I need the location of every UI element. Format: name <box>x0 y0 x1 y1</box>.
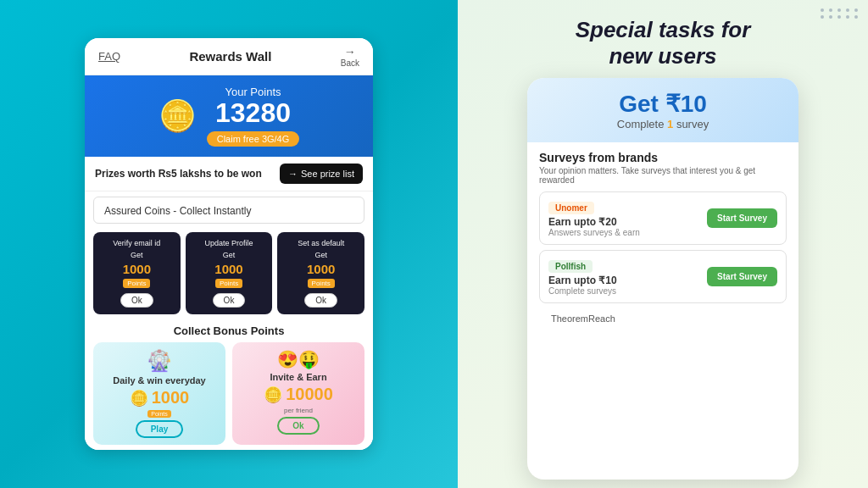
dot <box>837 8 841 12</box>
task-email-get: Get <box>131 251 143 259</box>
dot <box>854 15 858 19</box>
invite-emoji-icon: 😍🤑 <box>277 349 320 369</box>
invite-points-value: 10000 <box>286 385 333 404</box>
task-email-points: 1000 <box>123 263 151 275</box>
phone-header: FAQ Rewards Wall → Back <box>85 38 373 75</box>
dot <box>846 15 849 19</box>
task-profile-get: Get <box>223 251 236 259</box>
special-tasks-heading: Special tasks for new users <box>576 17 751 69</box>
complete-suffix: survey <box>673 118 709 130</box>
task-default-badge: Points <box>308 279 335 288</box>
task-profile-title: Update Profile <box>204 239 253 247</box>
task-card-default: Set as default Get 1000 Points Ok <box>277 232 364 314</box>
daily-play-button[interactable]: Play <box>136 420 184 438</box>
dots-decoration <box>821 8 860 19</box>
task-default-title: Set as default <box>298 239 344 247</box>
pollfish-earn: Earn upto ₹10 <box>548 274 707 286</box>
pollfish-start-button[interactable]: Start Survey <box>707 267 777 286</box>
collect-bonus-section: Collect Bonus Points 🎡 Daily & win every… <box>85 321 373 450</box>
bonus-cards-container: 🎡 Daily & win everyday 🪙 1000 Points Pla… <box>93 342 364 445</box>
right-panel: Special tasks for new users Get ₹10 Comp… <box>458 0 868 488</box>
right-phone-mockup: Get ₹10 Complete 1 survey Surveys from b… <box>527 78 798 480</box>
dot <box>829 8 832 12</box>
assured-text: Assured Coins - Collect Instantly <box>104 205 251 217</box>
task-profile-ok-button[interactable]: Ok <box>213 293 246 308</box>
invite-points-row: 🪙 10000 <box>264 385 333 404</box>
points-info: Your Points 13280 Claim free 3G/4G <box>207 86 300 147</box>
dot <box>821 15 824 19</box>
arrow-icon: → <box>288 169 298 179</box>
faq-link[interactable]: FAQ <box>98 50 120 63</box>
task-email-ok-button[interactable]: Ok <box>120 293 153 308</box>
back-arrow-icon: → <box>344 45 356 58</box>
prize-list-label: See prize list <box>301 169 354 179</box>
daily-points-row: 🪙 1000 <box>130 388 190 408</box>
left-panel: FAQ Rewards Wall → Back 🪙 Your Points 13… <box>0 0 458 488</box>
daily-coin-icon: 🪙 <box>130 389 148 408</box>
task-default-points: 1000 <box>307 263 335 275</box>
bonus-card-invite: 😍🤑 Invite & Earn 🪙 10000 per friend Ok <box>232 342 364 445</box>
special-tasks-line1: Special tasks for <box>576 17 751 42</box>
dot <box>846 8 849 12</box>
pollfish-sub: Complete surveys <box>548 286 707 296</box>
per-friend-label: per friend <box>284 407 313 414</box>
task-default-get: Get <box>314 251 327 259</box>
task-default-ok-button[interactable]: Ok <box>304 293 337 308</box>
claim-button[interactable]: Claim free 3G/4G <box>207 131 300 147</box>
unomer-start-button[interactable]: Start Survey <box>707 208 777 228</box>
points-banner: 🪙 Your Points 13280 Claim free 3G/4G <box>85 75 373 157</box>
task-card-profile: Update Profile Get 1000 Points Ok <box>186 232 273 314</box>
survey-item-unomer: Unomer Earn upto ₹20 Answers surveys & e… <box>539 191 787 245</box>
unomer-earn: Earn upto ₹20 <box>548 216 707 228</box>
dot <box>837 15 841 19</box>
dot <box>854 8 858 12</box>
surveys-title: Surveys from brands <box>539 151 787 164</box>
task-profile-badge: Points <box>215 279 242 288</box>
pollfish-info: Pollfish Earn upto ₹10 Complete surveys <box>548 258 707 296</box>
dot <box>821 8 824 12</box>
daily-points-badge: Points <box>147 410 170 418</box>
prize-text: Prizes worth Rs5 lakshs to be won <box>95 168 262 180</box>
theorem-reach-text: TheoremReach <box>539 308 787 329</box>
rewards-wall-title: Rewards Wall <box>189 49 271 64</box>
invite-coin-icon: 🪙 <box>264 385 282 404</box>
invite-card-title: Invite & Earn <box>270 372 326 382</box>
collect-bonus-title: Collect Bonus Points <box>93 324 364 337</box>
unomer-info: Unomer Earn upto ₹20 Answers surveys & e… <box>548 199 707 237</box>
unomer-sub: Answers surveys & earn <box>548 228 707 237</box>
task-card-email: Verify email id Get 1000 Points Ok <box>93 232 181 314</box>
task-email-title: Verify email id <box>113 239 160 247</box>
daily-card-title: Daily & win everyday <box>113 375 205 385</box>
dot <box>829 15 832 19</box>
get-banner: Get ₹10 Complete 1 survey <box>527 78 798 142</box>
assured-section: Assured Coins - Collect Instantly <box>93 197 364 224</box>
task-cards-container: Verify email id Get 1000 Points Ok Updat… <box>85 229 373 321</box>
prize-section: Prizes worth Rs5 lakshs to be won → See … <box>85 157 373 191</box>
surveys-subtitle: Your opinion matters. Take surveys that … <box>539 166 787 185</box>
task-profile-points: 1000 <box>214 263 242 275</box>
task-email-badge: Points <box>123 279 150 288</box>
bonus-card-daily: 🎡 Daily & win everyday 🪙 1000 Points Pla… <box>93 342 225 445</box>
special-tasks-line2: new users <box>609 43 716 69</box>
coin-stack-icon: 🪙 <box>159 98 197 134</box>
back-label: Back <box>341 58 359 68</box>
phone-card: FAQ Rewards Wall → Back 🪙 Your Points 13… <box>85 38 373 450</box>
invite-ok-button[interactable]: Ok <box>277 417 319 435</box>
points-label: Your Points <box>207 86 300 98</box>
spin-wheel-icon: 🎡 <box>147 349 172 373</box>
survey-item-pollfish: Pollfish Earn upto ₹10 Complete surveys … <box>539 250 787 303</box>
back-button[interactable]: → Back <box>341 45 359 68</box>
unomer-badge: Unomer <box>548 202 594 214</box>
complete-label: Complete <box>617 118 667 130</box>
pollfish-badge: Pollfish <box>548 260 593 273</box>
get-amount-text: Get ₹10 <box>539 90 787 118</box>
complete-survey-text: Complete 1 survey <box>539 118 787 130</box>
surveys-section: Surveys from brands Your opinion matters… <box>527 142 798 337</box>
points-value: 13280 <box>207 98 300 128</box>
prize-list-button[interactable]: → See prize list <box>280 164 363 184</box>
daily-points-value: 1000 <box>152 388 190 408</box>
